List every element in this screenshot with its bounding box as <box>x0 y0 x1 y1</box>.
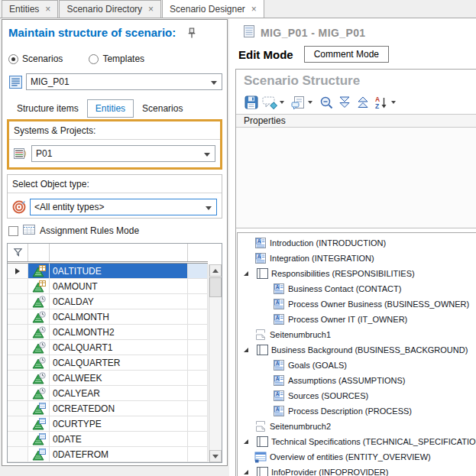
object-type-combo[interactable]: <All entity types> <box>30 199 217 215</box>
row-indicator-cell <box>8 340 28 355</box>
entity-row[interactable]: 0DATE <box>8 432 208 447</box>
add-comment-icon[interactable] <box>261 93 279 112</box>
scenario-select-combo[interactable]: MIG_P01 <box>26 73 222 90</box>
tree-item[interactable]: A <box>238 312 476 327</box>
expand-all-icon[interactable] <box>335 93 354 112</box>
entity-name-cell: 0DATEFROM <box>50 447 188 462</box>
entity-extra-cell <box>188 386 208 401</box>
entity-row[interactable]: 0CALWEEK <box>8 371 208 386</box>
entity-extra-cell <box>188 432 208 447</box>
tab-close-icon[interactable]: × <box>251 5 257 14</box>
scenario-structure-title: Scenario Structure <box>244 73 360 89</box>
tree-item[interactable]: A <box>238 296 476 312</box>
document-tab-bar: Entities × Scenario Directory × Scenario… <box>0 0 476 18</box>
tab-close-icon[interactable]: × <box>148 5 154 14</box>
entity-type-icon <box>32 265 45 277</box>
sort-az-icon[interactable]: A Z <box>372 93 390 112</box>
comment-mode-button[interactable]: Comment Mode <box>304 46 389 63</box>
save-icon[interactable] <box>242 93 261 112</box>
tree-item[interactable]: A <box>238 403 476 419</box>
row-indicator-cell <box>8 386 28 401</box>
entity-row[interactable]: 0CALMONTH2 <box>8 325 208 340</box>
chevron-down-icon[interactable] <box>308 101 312 104</box>
maintain-structure-panel: Maintain structure of scenario: Scenario… <box>2 19 228 466</box>
radio-label: Templates <box>102 53 144 64</box>
radio-dot[interactable] <box>8 54 18 64</box>
expand-arrow-icon[interactable] <box>244 470 248 474</box>
grid-scrollbar[interactable] <box>209 264 222 462</box>
left-tab-label: Structure items <box>17 103 79 114</box>
extra-column-header[interactable] <box>188 244 208 261</box>
tree-item[interactable]: A <box>238 434 476 449</box>
scroll-up-button[interactable] <box>209 264 222 277</box>
system-select-combo[interactable]: P01 <box>31 145 215 162</box>
left-tab[interactable]: Entities <box>87 99 134 118</box>
tree-item[interactable]: A <box>238 358 476 373</box>
document-tab[interactable]: Entities × <box>2 0 58 18</box>
entity-row[interactable]: 0CALQUART1 <box>8 340 208 355</box>
entity-extra-cell <box>188 279 208 294</box>
entity-extra-cell <box>188 401 208 416</box>
left-tab-label: Scenarios <box>142 103 183 114</box>
row-indicator-cell <box>8 447 28 462</box>
row-indicator-cell <box>8 416 28 432</box>
tree-item[interactable]: A <box>238 419 476 434</box>
left-tab[interactable]: Structure items <box>8 99 87 118</box>
tree-item[interactable]: A <box>238 465 476 476</box>
collapse-all-icon[interactable] <box>354 93 372 112</box>
entity-row[interactable]: 0CALDAY <box>8 294 208 309</box>
chevron-down-icon[interactable] <box>204 153 210 157</box>
icon-column-header[interactable] <box>28 244 50 261</box>
radio-option[interactable]: Templates <box>89 53 144 64</box>
radio-dot[interactable] <box>89 54 99 64</box>
left-tab[interactable]: Scenarios <box>134 99 191 118</box>
tree-item[interactable]: A <box>238 266 476 281</box>
scroll-down-button[interactable] <box>209 450 222 462</box>
entity-type-icon <box>32 433 45 445</box>
comment-report-icon[interactable] <box>289 93 307 112</box>
tree-item-label: Goals (GOALS) <box>288 361 347 370</box>
document-icon <box>243 25 255 40</box>
entity-row[interactable]: 0CALQUARTER <box>8 355 208 371</box>
entity-row[interactable]: 0CURTYPE <box>8 416 208 432</box>
entity-type-icon <box>32 280 45 293</box>
tree-item[interactable]: A <box>238 342 476 358</box>
assignment-rules-checkbox[interactable] <box>8 226 18 236</box>
chevron-down-icon[interactable] <box>280 101 284 104</box>
zoom-icon[interactable] <box>317 93 335 112</box>
document-tab[interactable]: Scenario Directory × <box>59 0 161 18</box>
tree-item[interactable]: A <box>238 235 476 251</box>
tree-item[interactable]: A <box>238 327 476 342</box>
entity-row[interactable]: 0ALTITUDE <box>8 264 208 279</box>
entity-row[interactable]: 0CREATEDON <box>8 401 208 416</box>
entity-row[interactable]: 0DATEFROM <box>8 447 208 462</box>
scroll-thumb[interactable] <box>209 277 222 297</box>
expand-arrow-icon[interactable] <box>244 439 248 444</box>
entity-type-cell <box>28 386 50 401</box>
tree-item-label: Business Background (BUSINESS_BACKGROUND… <box>271 345 468 355</box>
radio-option[interactable]: Scenarios <box>8 53 63 64</box>
target-icon <box>11 200 28 214</box>
tree-item[interactable]: A <box>238 373 476 388</box>
structure-toolbar: A Z <box>242 92 400 112</box>
chevron-down-icon[interactable] <box>391 101 396 104</box>
name-column-header[interactable] <box>50 244 188 261</box>
tree-item[interactable]: A <box>238 281 476 296</box>
document-tab[interactable]: Scenario Designer × <box>162 0 264 18</box>
tree-item[interactable]: A <box>238 251 476 266</box>
properties-header[interactable]: Properties <box>236 114 476 128</box>
chevron-down-icon[interactable] <box>211 81 217 85</box>
entity-row[interactable]: 0CALMONTH <box>8 309 208 325</box>
left-panel-tabs: Structure items Entities Scenarios <box>8 99 191 118</box>
entity-row[interactable]: 0AMOUNT <box>8 279 208 294</box>
pin-icon[interactable] <box>187 28 196 39</box>
tab-close-icon[interactable]: × <box>45 5 50 14</box>
filter-icon[interactable] <box>8 244 28 261</box>
expand-arrow-icon[interactable] <box>244 271 248 276</box>
entity-row[interactable]: 0CALYEAR <box>8 386 208 401</box>
row-indicator-cell <box>8 325 28 340</box>
tree-item[interactable]: A <box>238 388 476 403</box>
expand-arrow-icon[interactable] <box>244 348 248 352</box>
tree-item[interactable]: A <box>238 449 476 465</box>
chevron-down-icon[interactable] <box>206 206 212 210</box>
